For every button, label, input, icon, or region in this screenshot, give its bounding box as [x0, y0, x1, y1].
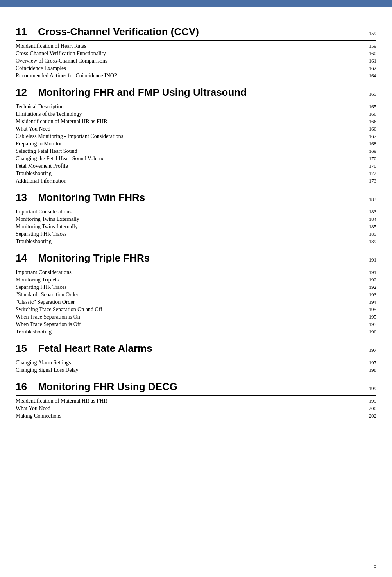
entry-title: Fetal Movement Profile: [16, 163, 361, 169]
entry-page: 170: [361, 156, 376, 162]
toc-entry: Changing the Fetal Heart Sound Volume170: [16, 155, 376, 162]
toc-entry: Coincidence Examples162: [16, 65, 376, 72]
toc-entry: Recommended Actions for Coincidence INOP…: [16, 72, 376, 79]
entry-page: 185: [361, 231, 376, 237]
chapter-number-ch12: 12: [16, 86, 35, 99]
entry-page: 192: [361, 277, 376, 283]
toc-entry: Selecting Fetal Heart Sound169: [16, 147, 376, 155]
chapter-page-ch16: 199: [361, 385, 376, 392]
entry-page: 193: [361, 292, 376, 298]
chapter-title-ch15: Fetal Heart Rate Alarms: [35, 342, 361, 355]
toc-entry: Monitoring Triplets192: [16, 276, 376, 283]
section-group-ch15: Changing Alarm Settings197Changing Signa…: [16, 359, 376, 374]
entry-page: 172: [361, 170, 376, 177]
entry-page: 198: [361, 367, 376, 373]
toc-entry: Misidentification of Maternal HR as FHR1…: [16, 118, 376, 125]
chapter-number-ch15: 15: [16, 342, 35, 355]
chapter-title-ch13: Monitoring Twin FHRs: [35, 192, 361, 204]
section-group-ch12: Technical Description165Limitations of t…: [16, 103, 376, 185]
toc-entry: Making Connections202: [16, 412, 376, 419]
chapter-heading-ch16: 16 Monitoring FHR Using DECG199: [16, 381, 376, 396]
toc-entry: Troubleshooting189: [16, 238, 376, 245]
entry-title: Coincidence Examples: [16, 65, 361, 72]
section-group-ch13: Important Considerations183Monitoring Tw…: [16, 208, 376, 245]
toc-entry: Troubleshooting172: [16, 170, 376, 177]
entry-title: Changing Alarm Settings: [16, 360, 361, 366]
toc-entry: Overview of Cross-Channel Comparisons161: [16, 57, 376, 65]
entry-title: Switching Trace Separation On and Off: [16, 306, 361, 313]
entry-title: Separating FHR Traces: [16, 284, 361, 290]
entry-page: 185: [361, 224, 376, 230]
entry-title: Misidentification of Maternal HR as FHR: [16, 118, 361, 125]
entry-title: Cableless Monitoring - Important Conside…: [16, 133, 361, 140]
chapter-page-ch11: 159: [361, 30, 376, 37]
toc-entry: Important Considerations183: [16, 208, 376, 215]
toc-entry: Technical Description165: [16, 103, 376, 110]
entry-page: 166: [361, 126, 376, 132]
entry-title: "Classic" Separation Order: [16, 299, 361, 305]
entry-page: 161: [361, 58, 376, 64]
entry-title: Troubleshooting: [16, 238, 361, 245]
entry-page: 191: [361, 269, 376, 276]
toc-entry: Changing Alarm Settings197: [16, 359, 376, 366]
entry-title: Recommended Actions for Coincidence INOP: [16, 73, 361, 79]
toc-entry: "Standard" Separation Order193: [16, 291, 376, 298]
toc-entry: Fetal Movement Profile170: [16, 162, 376, 170]
chapter-heading-ch12: 12 Monitoring FHR and FMP Using Ultrasou…: [16, 86, 376, 101]
entry-title: What You Need: [16, 405, 361, 412]
entry-title: Making Connections: [16, 413, 361, 419]
entry-title: Technical Description: [16, 104, 361, 110]
entry-title: Changing the Fetal Heart Sound Volume: [16, 156, 361, 162]
toc-entry: Additional Information173: [16, 177, 376, 185]
entry-title: When Trace Separation is On: [16, 314, 361, 320]
chapter-page-ch13: 183: [361, 196, 376, 202]
entry-page: 164: [361, 73, 376, 79]
entry-title: When Trace Separation is Off: [16, 321, 361, 328]
chapter-page-ch14: 191: [361, 257, 376, 263]
chapter-number-ch11: 11: [16, 26, 35, 38]
toc-entry: Important Considerations191: [16, 269, 376, 276]
entry-title: Troubleshooting: [16, 170, 361, 177]
toc-entry: Cableless Monitoring - Important Conside…: [16, 133, 376, 140]
toc-entry: What You Need200: [16, 405, 376, 412]
toc-entry: What You Need166: [16, 125, 376, 133]
entry-title: Selecting Fetal Heart Sound: [16, 148, 361, 154]
entry-page: 202: [361, 413, 376, 419]
entry-title: Monitoring Triplets: [16, 277, 361, 283]
entry-title: What You Need: [16, 126, 361, 132]
entry-title: Misidentification of Maternal HR as FHR: [16, 398, 361, 404]
entry-page: 165: [361, 104, 376, 110]
toc-entry: Cross-Channel Verification Functionality…: [16, 50, 376, 57]
chapter-title-ch14: Monitoring Triple FHRs: [35, 252, 361, 264]
toc-entry: Monitoring Twins Externally184: [16, 215, 376, 223]
entry-title: "Standard" Separation Order: [16, 292, 361, 298]
chapter-number-ch14: 14: [16, 252, 35, 264]
entry-title: Overview of Cross-Channel Comparisons: [16, 58, 361, 64]
chapter-number-ch16: 16: [16, 381, 35, 393]
entry-title: Monitoring Twins Externally: [16, 216, 361, 222]
entry-page: 199: [361, 398, 376, 404]
chapter-title-ch16: Monitoring FHR Using DECG: [35, 381, 361, 393]
section-group-ch11: Misidentification of Heart Rates159Cross…: [16, 42, 376, 79]
page-number-footer: 5: [374, 563, 376, 569]
entry-page: 195: [361, 321, 376, 328]
toc-entry: Separating FHR Traces185: [16, 230, 376, 238]
entry-page: 162: [361, 65, 376, 72]
entry-title: Misidentification of Heart Rates: [16, 43, 361, 49]
entry-page: 183: [361, 209, 376, 215]
section-group-ch16: Misidentification of Maternal HR as FHR1…: [16, 397, 376, 419]
toc-entry: Switching Trace Separation On and Off195: [16, 306, 376, 313]
toc-entry: Changing Signal Loss Delay198: [16, 366, 376, 374]
entry-page: 189: [361, 238, 376, 245]
chapter-page-ch12: 165: [361, 91, 376, 97]
chapter-heading-ch11: 11 Cross-Channel Verification (CCV)159: [16, 26, 376, 41]
entry-title: Monitoring Twins Internally: [16, 224, 361, 230]
entry-page: 160: [361, 50, 376, 57]
entry-page: 194: [361, 299, 376, 305]
toc-entry: Troubleshooting196: [16, 328, 376, 335]
toc-entry: When Trace Separation is Off195: [16, 321, 376, 328]
chapter-heading-ch15: 15 Fetal Heart Rate Alarms197: [16, 342, 376, 357]
entry-title: Preparing to Monitor: [16, 141, 361, 147]
entry-page: 169: [361, 148, 376, 154]
entry-title: Important Considerations: [16, 269, 361, 276]
